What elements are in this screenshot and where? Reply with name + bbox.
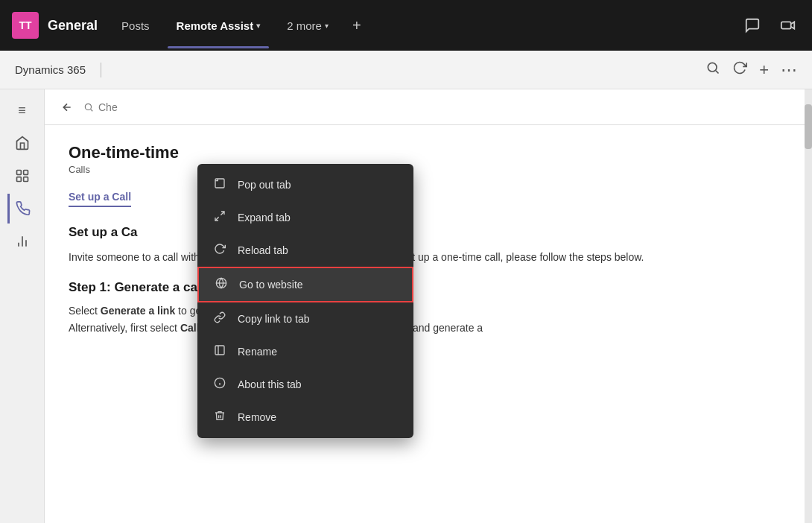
chevron-down-icon-more: ▾ [325,22,329,30]
svg-rect-0 [781,22,791,28]
tab-more[interactable]: 2 more ▾ [278,13,337,38]
page-title: One-time-time [69,143,788,162]
step1-title: Step 1: Generate a call link [69,280,788,295]
setup-text: Invite someone to a call without purchas… [69,249,788,265]
section-tab[interactable]: Set up a Call [69,191,131,207]
setup-title: Set up a Call [69,225,788,240]
menu-label-rename: Rename [238,346,277,358]
menu-item-reload[interactable]: Reload tab [197,234,413,267]
expand-icon [212,210,227,225]
nav-right-icons [740,13,800,37]
chat-icon[interactable] [740,13,764,37]
svg-rect-10 [215,179,224,188]
refresh-icon[interactable] [732,60,747,79]
menu-label-popout: Pop out tab [238,179,291,191]
menu-item-goto-website[interactable]: Go to website [197,267,413,302]
second-bar-title: Dynamics 365 [15,63,86,76]
second-bar-actions: + ⋯ [705,60,797,80]
svg-line-12 [215,217,219,221]
search-icon[interactable] [705,60,720,79]
svg-point-1 [708,63,717,72]
svg-line-11 [221,212,224,215]
divider [101,63,101,77]
add-tab-button[interactable]: + [346,14,367,37]
more-options-icon[interactable]: ⋯ [781,60,797,80]
svg-point-9 [85,104,91,110]
sidebar-item-calls[interactable] [7,194,37,224]
video-icon[interactable] [776,13,800,37]
menu-label-goto-website: Go to website [239,279,303,291]
page-subtitle: Calls [69,164,788,175]
menu-item-about[interactable]: About this tab [197,368,413,401]
link-icon [212,311,227,326]
content-area: Che One-time-time Calls Set up a Call Se… [45,89,812,523]
svg-rect-5 [23,177,28,182]
menu-item-rename[interactable]: Rename [197,335,413,368]
popout-icon [212,177,227,192]
globe-icon [214,277,229,292]
page-content: One-time-time Calls Set up a Call Set up… [45,125,812,523]
tab-posts[interactable]: Posts [112,13,159,38]
menu-item-expand[interactable]: Expand tab [197,201,413,234]
menu-label-copy-link: Copy link to tab [238,313,310,325]
menu-item-remove[interactable]: Remove [197,401,413,434]
context-menu: Pop out tab Expand tab [197,164,413,438]
svg-rect-15 [215,346,224,355]
top-navigation: TT General Posts Remote Assist ▾ 2 more … [0,0,812,51]
sidebar-item-menu[interactable]: ≡ [7,95,37,125]
info-icon [212,377,227,392]
svg-rect-3 [23,171,28,175]
menu-label-remove: Remove [238,411,276,423]
avatar: TT [12,12,39,39]
sidebar-item-apps[interactable] [7,161,37,191]
search-text: Che [98,101,118,113]
tab-remote-assist[interactable]: Remote Assist ▾ [168,13,270,38]
reload-icon [212,243,227,258]
chevron-down-icon: ▾ [256,22,260,30]
rename-icon [212,344,227,359]
sidebar-item-analytics[interactable] [7,226,37,256]
step1-text: Select Generate a link to generate a gue… [69,302,788,336]
svg-rect-2 [16,171,21,175]
menu-label-about: About this tab [238,378,302,390]
menu-item-popout[interactable]: Pop out tab [197,168,413,201]
menu-label-expand: Expand tab [238,212,291,224]
sidebar: ≡ [0,89,45,523]
sidebar-item-home[interactable] [7,128,37,158]
main-area: ≡ [0,89,812,523]
sub-navigation: Che [45,89,812,125]
back-button[interactable] [57,97,77,118]
scrollbar-thumb[interactable] [805,104,812,149]
menu-label-reload: Reload tab [238,244,288,256]
add-icon[interactable]: + [759,60,769,80]
second-bar: Dynamics 365 + ⋯ [0,51,812,89]
channel-name: General [48,18,98,34]
trash-icon [212,410,227,425]
search-bar[interactable]: Che [83,101,118,113]
menu-item-copy-link[interactable]: Copy link to tab [197,302,413,335]
svg-rect-4 [16,177,21,182]
scrollbar-track[interactable] [805,89,812,523]
